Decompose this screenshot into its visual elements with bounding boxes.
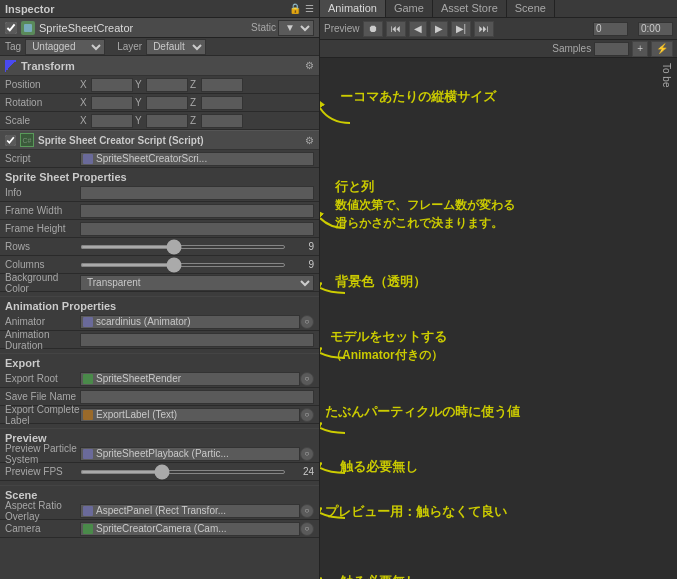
static-dropdown[interactable]: ▼ <box>278 20 314 36</box>
script-settings-icon[interactable]: ⚙ <box>305 135 314 146</box>
frame-input[interactable] <box>638 22 673 36</box>
play-btn[interactable]: ▶ <box>430 21 448 37</box>
inspector-scroll[interactable]: SpriteSheetCreator Static ▼ Tag Untagged… <box>0 18 319 579</box>
save-filename-label: Save File Name <box>5 391 80 402</box>
export-title: Export <box>5 357 40 369</box>
tab-animation[interactable]: Animation <box>320 0 386 17</box>
scale-z-input[interactable]: 1 <box>201 114 243 128</box>
position-row: Position X 0 Y 0 Z 0 <box>0 76 319 94</box>
samples-input[interactable]: 60 <box>594 42 629 56</box>
pos-z-input[interactable]: 0 <box>201 78 243 92</box>
preview-particle-value: SpriteSheetPlayback (Partic... <box>96 448 297 459</box>
rotation-label: Rotation <box>5 97 80 108</box>
gameobject-active-checkbox[interactable] <box>5 22 17 34</box>
rot-z-group: Z 0 <box>190 96 243 110</box>
sprite-props-title: Sprite Sheet Properties <box>5 171 127 183</box>
gameobject-row: SpriteSheetCreator Static ▼ <box>0 18 319 38</box>
aspect-field[interactable]: AspectPanel (Rect Transfor... <box>80 504 300 518</box>
script-field-value: SpriteSheetCreatorScri... <box>96 153 207 164</box>
samples-curves-btn[interactable]: ⚡ <box>651 41 673 57</box>
camera-field[interactable]: SpriteCreatorCamera (Cam... <box>80 522 300 536</box>
menu-icon[interactable]: ☰ <box>305 3 314 14</box>
frame-width-input[interactable]: 200 <box>80 204 314 218</box>
frame-height-label: Frame Height <box>5 223 80 234</box>
columns-slider[interactable] <box>80 263 286 267</box>
frame-height-input[interactable]: 130 <box>80 222 314 236</box>
scale-z-label: Z <box>190 115 200 126</box>
lock-icon[interactable]: 🔒 <box>289 3 301 14</box>
step-fwd-btn[interactable]: ▶| <box>451 21 472 37</box>
rot-x-label: X <box>80 97 90 108</box>
tab-game[interactable]: Game <box>386 0 433 17</box>
animator-select-btn[interactable]: ○ <box>300 315 314 329</box>
script-field[interactable]: SpriteSheetCreatorScri... <box>80 152 314 166</box>
script-tools: ⚙ <box>305 135 314 146</box>
gameobject-icon <box>21 21 35 35</box>
export-complete-field[interactable]: ExportLabel (Text) <box>80 408 300 422</box>
pos-z-label: Z <box>190 79 200 90</box>
info-input[interactable]: Dimensions: 1800x1170 <box>80 186 314 200</box>
rot-z-input[interactable]: 0 <box>201 96 243 110</box>
anim-props-header: Animation Properties <box>0 296 319 313</box>
animator-icon <box>83 317 93 327</box>
rot-y-input[interactable]: 0 <box>146 96 188 110</box>
record-btn[interactable]: ⏺ <box>363 21 383 37</box>
layer-dropdown[interactable]: Default <box>146 39 206 55</box>
transform-settings-icon[interactable]: ⚙ <box>305 60 314 71</box>
export-root-label: Export Root <box>5 373 80 384</box>
step-back-btn[interactable]: ◀ <box>409 21 427 37</box>
animation-toolbar: Preview ⏺ ⏮ ◀ ▶ ▶| ⏭ <box>320 18 677 40</box>
tag-layer-row: Tag Untagged Layer Default <box>0 38 319 56</box>
camera-select-btn[interactable]: ○ <box>300 522 314 536</box>
save-filename-input[interactable] <box>80 390 314 404</box>
export-root-row: Export Root SpriteSheetRender ○ <box>0 370 319 388</box>
time-input[interactable] <box>593 22 628 36</box>
samples-add-btn[interactable]: + <box>632 41 648 57</box>
export-complete-select-btn[interactable]: ○ <box>300 408 314 422</box>
fps-slider[interactable] <box>80 470 286 474</box>
scale-xyz: X 1 Y 1 Z 1 <box>80 114 314 128</box>
fps-value: 24 <box>289 466 314 477</box>
export-complete-row: Export Complete Label ExportLabel (Text)… <box>0 406 319 424</box>
frame-height-row: Frame Height 130 <box>0 220 319 238</box>
aspect-select-btn[interactable]: ○ <box>300 504 314 518</box>
preview-particle-field[interactable]: SpriteSheetPlayback (Partic... <box>80 447 300 461</box>
info-label: Info <box>5 187 80 198</box>
pos-x-input[interactable]: 0 <box>91 78 133 92</box>
export-complete-label: Export Complete Label <box>5 404 80 426</box>
arrow-6 <box>320 328 470 368</box>
transform-icon <box>5 60 17 72</box>
tag-label: Tag <box>5 41 21 52</box>
preview-particle-select-btn[interactable]: ○ <box>300 447 314 461</box>
pos-y-input[interactable]: 0 <box>146 78 188 92</box>
scale-x-input[interactable]: 1 <box>91 114 133 128</box>
sprite-props-header: Sprite Sheet Properties <box>0 168 319 184</box>
to-be-label: To be <box>661 63 672 87</box>
preview-fps-row: Preview FPS 24 <box>0 463 319 481</box>
animator-label: Animator <box>5 316 80 327</box>
prev-btn[interactable]: ⏮ <box>386 21 406 37</box>
scale-y-input[interactable]: 1 <box>146 114 188 128</box>
bg-color-dropdown[interactable]: Transparent <box>80 275 314 291</box>
rotation-row: Rotation X 0 Y 0 Z 0 <box>0 94 319 112</box>
inspector-panel: Inspector 🔒 ☰ SpriteSheetCreator Static … <box>0 0 320 579</box>
static-label: Static <box>251 22 276 33</box>
script-active-checkbox[interactable] <box>5 135 16 146</box>
export-root-select-btn[interactable]: ○ <box>300 372 314 386</box>
script-section-header[interactable]: C# Sprite Sheet Creator Script (Script) … <box>0 130 319 150</box>
rows-slider[interactable] <box>80 245 286 249</box>
rows-label: Rows <box>5 241 80 252</box>
script-field-icon <box>83 154 93 164</box>
right-content: ーコマあたりの縦横サイズ 行と列 数値次第で、フレーム数が変わる 滑らかさがこれ… <box>320 58 677 579</box>
tab-scene[interactable]: Scene <box>507 0 555 17</box>
tag-dropdown[interactable]: Untagged <box>25 39 105 55</box>
anim-duration-input[interactable]: 1 <box>80 333 314 347</box>
tab-asset-store[interactable]: Asset Store <box>433 0 507 17</box>
anim-duration-label: Animation Duration <box>5 329 80 351</box>
animator-field[interactable]: scardinius (Animator) <box>80 315 300 329</box>
export-root-field[interactable]: SpriteSheetRender <box>80 372 300 386</box>
rot-x-input[interactable]: 0 <box>91 96 133 110</box>
next-btn[interactable]: ⏭ <box>474 21 494 37</box>
aspect-icon <box>83 506 93 516</box>
transform-header[interactable]: Transform ⚙ <box>0 56 319 76</box>
